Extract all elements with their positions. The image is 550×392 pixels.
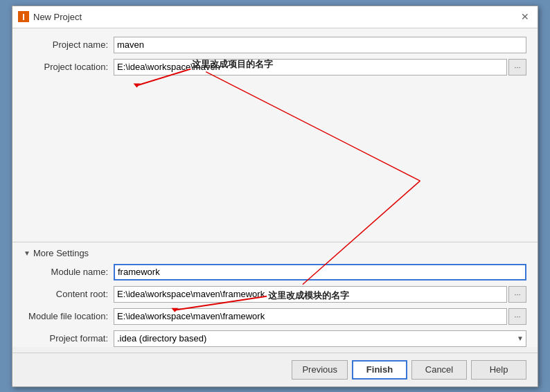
button-row: Previous Finish Cancel Help	[12, 353, 538, 386]
module-file-location-input-group: ···	[114, 308, 526, 325]
collapse-icon: ▼	[24, 249, 30, 257]
project-location-browse-button[interactable]: ···	[508, 59, 526, 75]
more-settings-label: More Settings	[33, 248, 89, 258]
finish-button[interactable]: Finish	[352, 360, 407, 380]
middle-spacer	[12, 89, 538, 242]
cancel-button[interactable]: Cancel	[411, 360, 467, 380]
project-format-select[interactable]: .idea (directory based) Eclipse (.classp…	[114, 330, 526, 347]
module-file-location-input[interactable]	[114, 308, 507, 325]
project-location-row: Project location: ···	[24, 59, 526, 75]
overlay-container: 这里改成项目的名字 这里改成模块的名字 Project name:	[12, 28, 538, 386]
new-project-dialog: I New Project ✕ 这里改成项目的名字 这里改成模块的名字	[12, 6, 538, 387]
module-name-label: Module name:	[24, 267, 114, 277]
title-bar: I New Project ✕	[12, 6, 538, 28]
content-root-input-group: ···	[114, 286, 526, 303]
project-format-row: Project format: .idea (directory based) …	[24, 330, 526, 347]
module-file-location-label: Module file location:	[24, 311, 114, 321]
module-file-location-row: Module file location: ···	[24, 308, 526, 325]
dialog-title: New Project	[33, 12, 518, 22]
dialog-form-area: Project name: Project location: ···	[12, 28, 538, 89]
project-format-select-wrapper: .idea (directory based) Eclipse (.classp…	[114, 330, 526, 347]
content-root-label: Content root:	[24, 289, 114, 299]
project-name-label: Project name:	[24, 39, 114, 50]
project-location-input-group: ···	[114, 59, 526, 75]
close-button[interactable]: ✕	[518, 10, 532, 24]
module-name-input[interactable]	[114, 264, 526, 280]
project-location-input[interactable]	[114, 59, 507, 75]
project-location-label: Project location:	[24, 62, 114, 72]
module-file-location-browse-button[interactable]: ···	[508, 308, 526, 325]
project-name-input[interactable]	[114, 37, 526, 53]
content-root-row: Content root: ···	[24, 286, 526, 303]
project-name-row: Project name:	[24, 37, 526, 53]
more-settings-header[interactable]: ▼ More Settings	[24, 248, 526, 258]
help-button[interactable]: Help	[471, 360, 526, 380]
dialog-icon: I	[18, 11, 29, 22]
project-format-label: Project format:	[24, 333, 114, 344]
content-root-browse-button[interactable]: ···	[508, 286, 526, 303]
previous-button[interactable]: Previous	[292, 360, 348, 380]
module-name-row: Module name:	[24, 264, 526, 280]
content-root-input[interactable]	[114, 286, 507, 303]
more-settings-section: ▼ More Settings Module name: Content roo…	[12, 242, 538, 347]
